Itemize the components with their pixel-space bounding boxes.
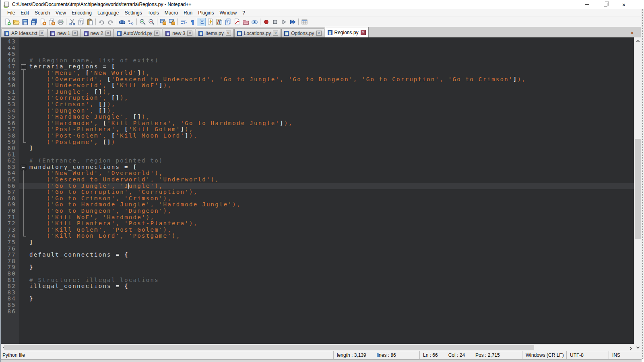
status-cursor-position[interactable]: Ln : 66 Col : 24 Pos : 2,715: [419, 351, 522, 359]
macro-stop-icon[interactable]: [270, 18, 279, 26]
code-line[interactable]: 76: [1, 246, 634, 252]
code-line[interactable]: 68 ('Go to Crimson', 'Crimson'),: [1, 195, 634, 202]
code-line[interactable]: 44: [1, 45, 634, 51]
save-icon[interactable]: [21, 18, 29, 26]
tab-regions-py[interactable]: Regions.py: [325, 27, 369, 37]
tab-locations-py[interactable]: Locations.py: [234, 29, 281, 37]
code-line[interactable]: 56 ('Hardmode', ['Kill Plantera', 'Go to…: [1, 120, 634, 127]
close-all-docs-icon[interactable]: [47, 18, 56, 26]
code-line[interactable]: 57 ('Post-Plantera', ['Kill Golem']),: [1, 126, 634, 133]
minimize-button[interactable]: [578, 0, 596, 9]
monitoring-icon[interactable]: [232, 18, 241, 26]
sync-horizontal-scrolling-icon[interactable]: [167, 18, 176, 26]
code-line[interactable]: 55 ('Hardmode Jungle', []),: [1, 114, 634, 120]
sync-vertical-scrolling-icon[interactable]: [159, 18, 167, 26]
code-line[interactable]: 61: [1, 152, 634, 158]
code-line[interactable]: 53 ('Crimson', []),: [1, 101, 634, 108]
close-button[interactable]: ×: [615, 0, 633, 9]
copy-icon[interactable]: [76, 18, 85, 26]
horizontal-scrollbar-thumb[interactable]: [4, 345, 534, 350]
find-icon[interactable]: [118, 18, 126, 26]
tab-new-2[interactable]: new 2: [81, 29, 114, 37]
menu-help[interactable]: ?: [239, 9, 248, 16]
tab-new-1[interactable]: new 1: [47, 29, 80, 37]
code-line[interactable]: 63mandatory_connections = [: [1, 164, 634, 171]
tab-options-py[interactable]: Options.py: [281, 29, 324, 37]
menu-view[interactable]: View: [53, 9, 69, 16]
code-line[interactable]: 75]: [1, 239, 634, 246]
redo-icon[interactable]: [106, 18, 115, 26]
fold-collapse-icon[interactable]: [19, 64, 28, 70]
tabbar-close-icon[interactable]: ×: [630, 30, 634, 35]
code-line[interactable]: 74 ('Kill Moon Lord', 'Postgame'),: [1, 233, 634, 239]
menu-macro[interactable]: Macro: [162, 9, 181, 16]
tab-close-icon[interactable]: [154, 31, 159, 36]
tab-items-py[interactable]: Items.py: [196, 29, 233, 37]
tab-autoworld-py[interactable]: AutoWorld.py: [114, 29, 163, 37]
code-line[interactable]: 84}: [1, 296, 634, 302]
status-encoding[interactable]: UTF-8: [566, 351, 609, 359]
function-list-icon[interactable]: [206, 18, 215, 26]
code-line[interactable]: 77default_connections = {: [1, 252, 634, 258]
code-line[interactable]: 70 ('Go to Dungeon', 'Dungeon'),: [1, 208, 634, 214]
cut-icon[interactable]: [68, 18, 76, 26]
code-line[interactable]: 48 ('Menu', ['New World']),: [1, 70, 634, 76]
code-line[interactable]: 64 ('New World', 'Overworld'),: [1, 170, 634, 177]
tab-ap-ideas-txt[interactable]: AP Ideas.txt: [2, 29, 47, 37]
menu-window[interactable]: Window: [217, 9, 240, 16]
code-line[interactable]: 43: [1, 39, 634, 45]
menu-search[interactable]: Search: [32, 9, 53, 16]
horizontal-scrollbar[interactable]: [1, 344, 634, 351]
status-insert-mode[interactable]: INS: [609, 351, 634, 359]
code-line[interactable]: 79}: [1, 264, 634, 271]
close-doc-icon[interactable]: [38, 18, 47, 26]
status-doc-size[interactable]: length : 3,139 lines : 86: [333, 351, 419, 359]
show-indent-guide-icon[interactable]: [197, 18, 206, 26]
document-map-icon[interactable]: [215, 18, 223, 26]
menu-language[interactable]: Language: [95, 9, 122, 16]
menu-tools[interactable]: Tools: [145, 9, 162, 16]
macro-record-icon[interactable]: [262, 18, 270, 26]
code-line[interactable]: 67 ('Go to Corruption', 'Corruption'),: [1, 189, 634, 195]
code-line[interactable]: 71 ('Kill WoF', 'Hardmode'),: [1, 214, 634, 221]
code-line[interactable]: 58 ('Post-Golem', ['Kill Moon Lord']),: [1, 133, 634, 139]
code-line[interactable]: 78: [1, 258, 634, 265]
menu-run[interactable]: Run: [181, 9, 195, 16]
code-line[interactable]: 83: [1, 290, 634, 296]
zoom-in-icon[interactable]: [138, 18, 147, 26]
word-wrap-icon[interactable]: [179, 18, 188, 26]
code-line[interactable]: 45: [1, 51, 634, 58]
code-line[interactable]: 54 ('Dungeon', []),: [1, 108, 634, 114]
macro-run-multiple-icon[interactable]: [288, 18, 297, 26]
tab-close-icon[interactable]: [187, 31, 192, 36]
code-line[interactable]: 49 ('Overworld', ['Descend to Underworld…: [1, 76, 634, 83]
replace-icon[interactable]: ab: [126, 18, 135, 26]
open-file-icon[interactable]: [12, 18, 21, 26]
zoom-out-icon[interactable]: [147, 18, 156, 26]
code-editor[interactable]: 43444546# (Region name, list of exits)47…: [1, 37, 634, 344]
code-line[interactable]: 62# (Entrance, region pointed to): [1, 158, 634, 164]
eye-icon[interactable]: [250, 18, 259, 26]
code-line[interactable]: 86: [1, 309, 634, 315]
code-line[interactable]: 73 ('Kill Golem', 'Post-Golem'),: [1, 227, 634, 233]
tab-close-icon[interactable]: [72, 31, 78, 36]
vertical-scrollbar-thumb[interactable]: [635, 139, 641, 239]
code-line[interactable]: 52 ('Corruption', []),: [1, 95, 634, 101]
tab-close-icon[interactable]: [226, 31, 231, 36]
print-icon[interactable]: [56, 18, 65, 26]
menu-encoding[interactable]: Encoding: [69, 9, 95, 16]
status-doc-type[interactable]: Python file: [1, 351, 333, 359]
menu-edit[interactable]: Edit: [18, 9, 32, 16]
tab-new-3[interactable]: new 3: [163, 29, 195, 37]
code-line[interactable]: 47terraria_regions = [: [1, 64, 634, 70]
show-all-characters-icon[interactable]: ¶: [188, 18, 197, 26]
restore-button[interactable]: [596, 0, 615, 9]
code-line[interactable]: 85: [1, 302, 634, 309]
tab-close-icon[interactable]: [316, 31, 322, 36]
tab-close-icon[interactable]: [39, 31, 44, 36]
code-line[interactable]: 72 ('Kill Plantera', 'Post-Plantera'),: [1, 220, 634, 227]
menu-settings[interactable]: Settings: [122, 9, 144, 16]
code-line[interactable]: 50 ('Underworld', ['Kill WoF']),: [1, 82, 634, 89]
tab-close-icon[interactable]: [273, 31, 278, 36]
undo-icon[interactable]: [97, 18, 106, 26]
